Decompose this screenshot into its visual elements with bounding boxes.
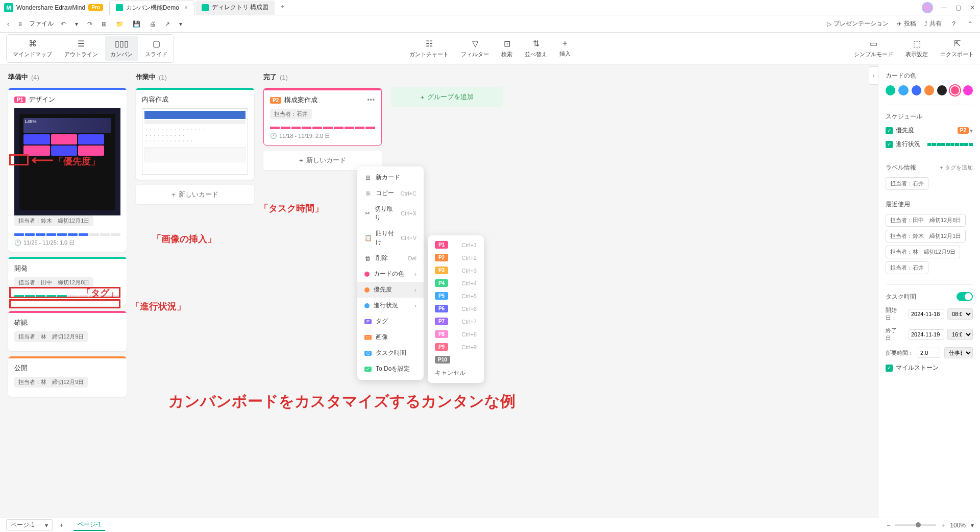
recent-tag-chip[interactable]: 担当者：鈴木 締切12月1日 — [886, 230, 966, 243]
undo-dropdown-icon[interactable]: ▾ — [73, 18, 80, 30]
task-time-toggle[interactable] — [957, 292, 973, 301]
tab-directory[interactable]: ディレクトリ 構成図 — [195, 1, 275, 15]
column-header[interactable]: 準備中 (4) — [8, 72, 127, 82]
menu-task-time[interactable]: ⏲タスク時間 — [357, 345, 424, 361]
schedule-priority-row[interactable]: ✓ 優先度 P2▾ — [886, 126, 973, 135]
simple-mode-button[interactable]: ▭シンプルモード — [854, 39, 893, 58]
card-publish[interactable]: 公開 担当者：林 締切12月9日 — [8, 356, 127, 397]
end-date-input[interactable] — [909, 329, 944, 340]
menu-delete[interactable]: 🗑削除Del — [357, 250, 424, 266]
duration-unit-select[interactable]: 仕事日 — [944, 347, 973, 358]
priority-option-p6[interactable]: P6Ctrl+6 — [428, 302, 484, 315]
filter-button[interactable]: ▽フィルター — [461, 39, 489, 58]
schedule-progress-row[interactable]: ✓ 進行状況 — [886, 140, 973, 149]
menu-icon[interactable]: ≡ — [16, 18, 24, 30]
new-card-button[interactable]: + 新しいカード — [136, 185, 254, 204]
zoom-slider[interactable] — [895, 524, 936, 526]
menu-todo[interactable]: ✓To Doを設定 — [357, 361, 424, 377]
open-icon[interactable]: 📁 — [114, 18, 126, 30]
column-header[interactable]: 完了 (1) — [263, 72, 382, 82]
card-content[interactable]: 内容作成 ・・・・・・・・・・・・・・・・・・・・・・・・・・・・・・・・・・・… — [136, 88, 254, 180]
column-header[interactable]: 作業中 (1) — [136, 72, 254, 82]
recent-tag-chip[interactable]: 担当者：石井 — [886, 261, 928, 274]
add-group-button[interactable]: + グループを追加 — [391, 87, 503, 107]
redo-icon[interactable]: ↷ — [85, 18, 94, 30]
checkbox-icon[interactable]: ✓ — [886, 365, 893, 372]
priority-cancel[interactable]: キャンセル — [428, 366, 484, 380]
menu-copy[interactable]: ⎘コピーCtrl+C — [357, 185, 424, 201]
card-structure[interactable]: P2 構成案作成 ••• 担当者：石井 🕐11/18 - 11/19: 2.0 … — [263, 88, 382, 146]
start-time-select[interactable]: 08:00 — [947, 308, 973, 320]
checkbox-icon[interactable]: ✓ — [886, 127, 893, 134]
view-mindmap[interactable]: ⌘マインドマップ — [8, 36, 57, 61]
close-icon[interactable]: × — [184, 4, 188, 11]
menu-card-color[interactable]: カードの色› — [357, 266, 424, 282]
new-tab-button[interactable]: + — [276, 1, 289, 15]
menu-progress[interactable]: 進行状況› — [357, 298, 424, 313]
print-icon[interactable]: 🖨 — [148, 18, 158, 30]
help-icon[interactable]: ? — [950, 18, 958, 30]
tag-chip[interactable]: 担当者：石井 — [886, 177, 928, 190]
chevron-down-icon[interactable]: ▾ — [970, 127, 973, 134]
card-dev[interactable]: 開発 担当者：田中 締切12月8日 — [8, 257, 127, 306]
card-more-icon[interactable]: ••• — [367, 96, 375, 104]
priority-badge[interactable]: P2 — [958, 127, 969, 134]
menu-image[interactable]: ▢画像 — [357, 329, 424, 345]
milestone-row[interactable]: ✓ マイルストーン — [886, 364, 973, 372]
view-slide[interactable]: ▢スライド — [140, 36, 173, 61]
menu-priority[interactable]: 優先度› — [357, 282, 424, 298]
insert-button[interactable]: +挿入 — [559, 39, 571, 58]
maximize-icon[interactable]: ▢ — [954, 4, 962, 11]
priority-option-p4[interactable]: P4Ctrl+4 — [428, 277, 484, 289]
sort-button[interactable]: ⇅並べ替え — [525, 39, 547, 58]
export-icon[interactable]: ↗ — [163, 18, 172, 30]
share-button[interactable]: ⤴ 共有 — [924, 19, 942, 28]
close-icon[interactable]: ✕ — [969, 4, 976, 11]
kanban-board[interactable]: 準備中 (4) P1 デザイン L45% — [0, 64, 878, 518]
search-button[interactable]: ⊡検索 — [501, 39, 512, 58]
priority-option-p7[interactable]: P7Ctrl+7 — [428, 315, 484, 328]
zoom-in-button[interactable]: + — [941, 522, 945, 529]
export-dropdown-icon[interactable]: ▾ — [177, 18, 184, 30]
color-swatch[interactable] — [950, 85, 960, 95]
priority-option-p9[interactable]: P9Ctrl+9 — [428, 341, 484, 353]
menu-cut[interactable]: ✂切り取りCtrl+X — [357, 201, 424, 226]
add-tag-button[interactable]: + タグを追加 — [940, 164, 973, 172]
priority-option-p3[interactable]: P3Ctrl+3 — [428, 264, 484, 277]
start-date-input[interactable] — [909, 309, 944, 319]
menu-paste[interactable]: 📋貼り付けCtrl+V — [357, 226, 424, 250]
page-selector[interactable]: ページ-1▾ — [6, 519, 53, 531]
end-time-select[interactable]: 16:00 — [947, 329, 973, 340]
display-settings-button[interactable]: ⬚表示設定 — [905, 39, 928, 58]
card-review[interactable]: 確認 担当者：林 締切12月9日 — [8, 311, 127, 351]
priority-option-p1[interactable]: P1Ctrl+1 — [428, 238, 484, 251]
priority-option-p8[interactable]: P8Ctrl+8 — [428, 328, 484, 341]
menu-new-card[interactable]: ⊞新カード — [357, 170, 424, 185]
user-avatar[interactable] — [922, 2, 933, 13]
color-swatch[interactable] — [937, 85, 947, 95]
save-icon[interactable]: 💾 — [131, 18, 142, 30]
card-design[interactable]: P1 デザイン L45% 担当 — [8, 88, 127, 252]
zoom-out-button[interactable]: − — [887, 522, 890, 529]
color-swatch[interactable] — [924, 85, 934, 95]
gantt-button[interactable]: ☷ガントチャート — [409, 39, 449, 58]
add-page-button[interactable]: + — [60, 522, 63, 529]
panel-collapse-handle[interactable]: › — [869, 66, 878, 85]
priority-option-p2[interactable]: P2Ctrl+2 — [428, 251, 484, 264]
file-menu[interactable]: ファイル — [29, 19, 54, 28]
new-icon[interactable]: ⊞ — [100, 18, 109, 30]
page-tab[interactable]: ページ-1 — [74, 519, 106, 531]
priority-option-p10[interactable]: P10 — [428, 353, 484, 366]
chevron-down-icon[interactable]: ▾ — [971, 522, 974, 529]
export-button[interactable]: ⇱エクスポート — [940, 39, 974, 58]
back-icon[interactable]: ‹ — [5, 18, 11, 30]
color-swatch[interactable] — [963, 85, 973, 95]
undo-icon[interactable]: ↶ — [59, 18, 68, 30]
duration-input[interactable] — [918, 348, 940, 358]
minimize-icon[interactable]: — — [940, 4, 947, 11]
view-kanban[interactable]: ▯▯▯カンバン — [105, 36, 138, 61]
view-outline[interactable]: ☰アウトライン — [59, 36, 103, 61]
menu-tag[interactable]: Pタグ — [357, 313, 424, 329]
recent-tag-chip[interactable]: 担当者：田中 締切12月8日 — [886, 214, 966, 227]
recent-tag-chip[interactable]: 担当者：林 締切12月9日 — [886, 246, 960, 258]
